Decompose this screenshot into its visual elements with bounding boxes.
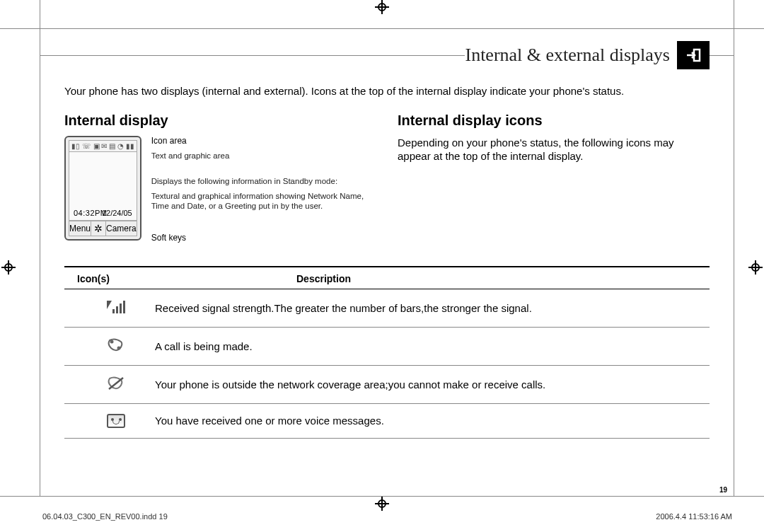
registration-mark-icon xyxy=(376,498,388,509)
print-footer: 06.04.03_C300_EN_REV00.indd 19 2006.4.4 … xyxy=(42,512,732,521)
phone-date: 12/24/05 xyxy=(102,209,132,217)
softkey-center: ✲ xyxy=(91,221,106,236)
annot-text-area: Text and graphic area xyxy=(151,151,376,161)
svg-line-9 xyxy=(109,378,123,389)
table-row: You have received one or more voice mess… xyxy=(64,404,710,439)
row-desc: A call is being made. xyxy=(155,340,697,352)
footer-file: 06.04.03_C300_EN_REV00.indd 19 xyxy=(42,512,168,521)
svg-rect-4 xyxy=(116,306,118,313)
footer-timestamp: 2006.4.4 11:53:16 AM xyxy=(656,512,732,521)
phone-mock: ▮▯☏▣✉▤◔▮▮ 04:32PM 12/24/05 Menu ✲ Camera xyxy=(64,136,141,241)
row-desc: You have received one or more voice mess… xyxy=(155,415,697,427)
table-row: Your phone is outside the network covera… xyxy=(64,366,710,404)
table-row: Received signal strength.The greater the… xyxy=(64,289,710,328)
phone-softkey-bar: Menu ✲ Camera xyxy=(69,221,137,236)
enter-arrow-icon xyxy=(677,41,710,69)
svg-marker-2 xyxy=(107,301,112,309)
col-header-icons: Icon(s) xyxy=(77,273,296,284)
row-desc: Your phone is outside the network covera… xyxy=(155,378,697,391)
softkey-right: Camera xyxy=(106,221,137,236)
softkey-left: Menu xyxy=(69,221,91,236)
phone-screen: 04:32PM 12/24/05 xyxy=(69,151,137,221)
annot-icon-area: Icon area xyxy=(151,136,376,146)
table-header-row: Icon(s) Description xyxy=(64,267,710,289)
annot-softkeys: Soft keys xyxy=(151,233,376,243)
voicemail-icon xyxy=(107,414,125,428)
table-row: A call is being made. xyxy=(64,328,710,366)
section-heading-icons: Internal display icons xyxy=(398,112,710,129)
svg-rect-3 xyxy=(112,309,115,313)
row-desc: Received signal strength.The greater the… xyxy=(155,302,697,314)
signal-strength-icon xyxy=(105,299,127,317)
phone-icon-bar: ▮▯☏▣✉▤◔▮▮ xyxy=(69,140,137,151)
svg-rect-5 xyxy=(120,303,122,313)
phone-annotations: Icon area Text and graphic area Displays… xyxy=(151,136,376,248)
icons-para: Depending on your phone's status, the fo… xyxy=(398,136,710,163)
registration-mark-icon xyxy=(750,262,761,273)
annot-standby: Displays the following information in St… xyxy=(151,176,376,186)
page-number: 19 xyxy=(719,486,727,494)
intro-text: Your phone has two displays (internal an… xyxy=(64,85,710,97)
section-heading-internal-display: Internal display xyxy=(64,112,376,129)
annot-info: Textural and graphical information showi… xyxy=(151,191,376,212)
no-service-icon xyxy=(105,376,127,393)
col-header-desc: Description xyxy=(296,273,351,284)
call-icon xyxy=(105,337,127,355)
svg-point-7 xyxy=(110,340,114,343)
svg-point-8 xyxy=(117,346,121,349)
title-box: Internal & external displays xyxy=(452,41,710,69)
page-title: Internal & external displays xyxy=(465,45,677,66)
registration-mark-icon xyxy=(3,262,14,273)
svg-rect-6 xyxy=(123,301,125,313)
page-content: Internal & external displays Your phone … xyxy=(40,28,734,497)
registration-mark-icon xyxy=(376,1,388,13)
left-column: Internal display ▮▯☏▣✉▤◔▮▮ 04:32PM 12/24… xyxy=(64,112,376,248)
right-column: Internal display icons Depending on your… xyxy=(398,112,710,248)
title-band: Internal & external displays xyxy=(64,41,710,69)
